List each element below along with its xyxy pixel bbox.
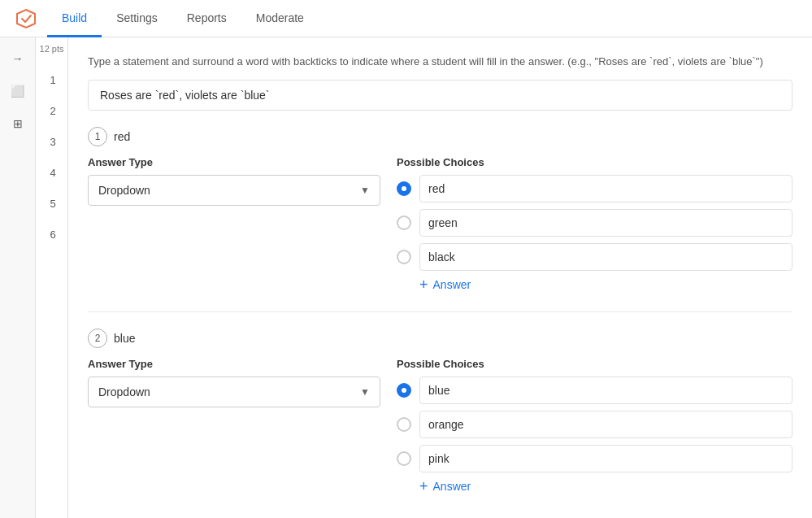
answer-type-row-1: Answer Type Dropdown ▼ Possible Choices [88, 156, 792, 292]
blank-section-2: 2 blue Answer Type Dropdown ▼ Possible C… [88, 329, 792, 494]
chevron-down-icon-2: ▼ [360, 386, 370, 398]
answer-type-label-2: Answer Type [88, 358, 380, 370]
radio-btn-1-0[interactable] [397, 181, 411, 196]
blank-header-2: 2 blue [88, 329, 792, 348]
choice-row-2-2 [397, 445, 792, 472]
choice-input-2-2[interactable] [419, 445, 792, 472]
answer-type-row-2: Answer Type Dropdown ▼ Possible Choices [88, 358, 792, 494]
pts-label: 12 pts [40, 44, 64, 54]
possible-choices-col-1: Possible Choices + An [397, 156, 792, 292]
tab-build[interactable]: Build [47, 1, 102, 37]
blank-number-2: 2 [88, 329, 107, 348]
grid-icon: ⊞ [13, 117, 23, 130]
choice-input-2-0[interactable] [419, 377, 792, 404]
top-nav: Build Settings Reports Moderate [0, 0, 812, 37]
dropdown-value-1: Dropdown [98, 184, 150, 197]
choice-input-1-2[interactable] [419, 243, 792, 271]
plus-icon-1: + [419, 277, 428, 292]
choice-input-1-0[interactable] [419, 175, 792, 202]
dropdown-value-2: Dropdown [98, 385, 150, 398]
possible-choices-col-2: Possible Choices + An [397, 358, 792, 494]
number-sidebar: 12 pts 1 2 3 4 5 6 [36, 37, 68, 518]
section-divider [88, 311, 792, 312]
grid-btn[interactable]: ⊞ [3, 109, 33, 138]
arrow-right-btn[interactable]: → [3, 44, 33, 73]
add-answer-label-1: Answer [433, 278, 471, 291]
add-answer-label-2: Answer [433, 480, 471, 493]
plus-icon-2: + [419, 479, 428, 494]
radio-btn-1-1[interactable] [397, 215, 411, 230]
blank-header-1: 1 red [88, 127, 792, 146]
answer-type-label-1: Answer Type [88, 156, 380, 168]
num-item-1[interactable]: 1 [36, 64, 67, 95]
radio-btn-2-0[interactable] [397, 383, 411, 398]
nav-tabs: Build Settings Reports Moderate [47, 0, 319, 37]
answer-type-col-1: Answer Type Dropdown ▼ [88, 156, 380, 206]
blank-number-1: 1 [88, 127, 107, 146]
main-content: Type a statement and surround a word wit… [68, 37, 812, 518]
answer-type-dropdown-2[interactable]: Dropdown ▼ [88, 377, 380, 407]
num-item-2[interactable]: 2 [36, 95, 67, 126]
possible-choices-label-1: Possible Choices [397, 156, 792, 168]
add-answer-row-1[interactable]: + Answer [397, 277, 792, 292]
choice-row-1-1 [397, 209, 792, 237]
choice-row-1-0 [397, 175, 792, 202]
page-icon: ⬜ [11, 85, 24, 98]
answer-type-dropdown-1[interactable]: Dropdown ▼ [88, 175, 380, 206]
blank-word-2: blue [114, 332, 135, 345]
logo-icon [15, 7, 37, 30]
instruction-text: Type a statement and surround a word wit… [88, 54, 792, 70]
choice-input-2-1[interactable] [419, 411, 792, 438]
choice-row-2-1 [397, 411, 792, 438]
blank-word-1: red [114, 130, 130, 143]
logo[interactable] [8, 7, 44, 30]
tab-reports[interactable]: Reports [172, 1, 241, 37]
answer-type-col-2: Answer Type Dropdown ▼ [88, 358, 380, 407]
layout: → ⬜ ⊞ 12 pts 1 2 3 4 5 6 Type a statemen… [0, 37, 812, 518]
radio-btn-2-2[interactable] [397, 451, 411, 466]
num-item-6[interactable]: 6 [36, 219, 67, 250]
num-item-5[interactable]: 5 [36, 188, 67, 219]
tab-moderate[interactable]: Moderate [241, 1, 319, 37]
add-answer-row-2[interactable]: + Answer [397, 479, 792, 494]
arrow-right-icon: → [12, 52, 24, 65]
choice-row-1-2 [397, 243, 792, 271]
statement-box[interactable]: Roses are `red`, violets are `blue` [88, 80, 792, 111]
choice-row-2-0 [397, 377, 792, 404]
num-item-4[interactable]: 4 [36, 157, 67, 188]
blank-section-1: 1 red Answer Type Dropdown ▼ Possible Ch… [88, 127, 792, 292]
page-btn[interactable]: ⬜ [3, 76, 33, 106]
choice-input-1-1[interactable] [419, 209, 792, 237]
possible-choices-label-2: Possible Choices [397, 358, 792, 370]
chevron-down-icon-1: ▼ [360, 185, 370, 196]
num-item-3[interactable]: 3 [36, 126, 67, 157]
tab-settings[interactable]: Settings [102, 1, 172, 37]
radio-btn-2-1[interactable] [397, 417, 411, 432]
radio-btn-1-2[interactable] [397, 250, 411, 264]
sidebar-icons: → ⬜ ⊞ [0, 37, 36, 518]
